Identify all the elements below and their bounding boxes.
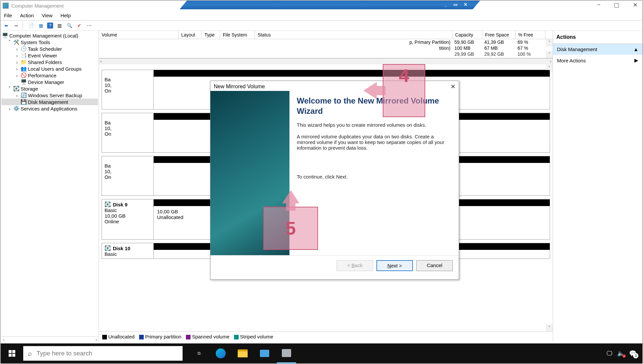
view-icon[interactable]: ▥ <box>56 22 63 29</box>
wizard-text-2: A mirrored volume duplicates your data o… <box>297 134 451 151</box>
tray-notifications-icon[interactable]: 💬3 <box>629 350 636 357</box>
taskbar: ⌕ ⧉ 🖵 🔈× 💬3 <box>1 343 642 363</box>
wizard-text-1: This wizard helps you to create mirrored… <box>297 122 451 128</box>
disk-type: Basic <box>105 251 151 257</box>
actions-more[interactable]: More Actions ▶ <box>553 55 642 66</box>
list-icon[interactable]: ⋯ <box>86 22 93 29</box>
props-icon[interactable]: ▦ <box>37 22 44 29</box>
disk-size: 10, <box>105 82 151 88</box>
event-icon: 📑 <box>21 52 27 58</box>
legend-spanned: Spanned volume <box>192 334 229 339</box>
edge-icon[interactable] <box>211 343 230 363</box>
caret-icon[interactable]: › <box>15 59 19 65</box>
tray-display-icon[interactable]: 🖵 <box>606 350 612 357</box>
scroll-down-icon[interactable]: ˅ <box>546 324 553 331</box>
caret-icon[interactable]: › <box>7 106 12 111</box>
disk-icon: 💾 <box>21 99 27 105</box>
window-close-button[interactable]: ✕ <box>630 1 640 9</box>
users-icon: 👥 <box>21 66 27 72</box>
taskbar-search[interactable]: ⌕ <box>23 346 183 361</box>
legend-unallocated: Unallocated <box>108 334 134 339</box>
search-icon: ⌕ <box>28 350 32 357</box>
disk-size: 10, <box>105 125 151 131</box>
annotation-4: 4 <box>383 64 425 117</box>
caret-icon[interactable]: ˅ <box>7 86 12 92</box>
actions-pane: Actions Disk Management ▲ More Actions ▶ <box>553 31 642 341</box>
menu-file[interactable]: File <box>4 13 12 18</box>
caret-icon[interactable]: › <box>15 93 19 98</box>
window-min-button[interactable]: − <box>594 1 603 9</box>
collapse-icon[interactable]: ▲ <box>633 46 638 52</box>
caret-icon[interactable]: › <box>15 66 19 72</box>
tree-services-apps[interactable]: Services and Applications <box>21 106 77 111</box>
volume-row[interactable]: 29,99 GB 29,92 GB 100 % <box>99 51 553 57</box>
scroll-up-icon[interactable]: ˄ <box>546 39 553 46</box>
close-vm-icon[interactable]: ✕ <box>462 2 469 7</box>
nav-tree[interactable]: 🖥️Computer Management (Local) ˅🛠️System … <box>1 31 99 341</box>
start-button[interactable] <box>1 343 23 363</box>
svg-rect-3 <box>12 354 15 357</box>
scroll-right-icon[interactable]: › <box>550 59 551 64</box>
menu-action[interactable]: Action <box>20 13 34 18</box>
actions-header: Actions <box>553 31 642 44</box>
backup-icon: 🔄 <box>21 92 27 98</box>
help-icon[interactable]: ? <box>47 23 53 29</box>
caret-icon[interactable]: › <box>15 46 19 52</box>
tree-ws-backup[interactable]: Windows Server Backup <box>28 93 82 98</box>
tree-event-viewer[interactable]: Event Viewer <box>28 53 57 58</box>
tree-storage[interactable]: Storage <box>21 86 38 92</box>
refresh-icon[interactable]: 🔍 <box>66 22 73 29</box>
tray-volume-icon[interactable]: 🔈× <box>617 350 624 357</box>
col-layout[interactable]: Layout <box>179 31 202 39</box>
tree-scroll-left-icon[interactable]: ‹ <box>3 337 5 342</box>
task-view-icon[interactable]: ⧉ <box>189 343 208 363</box>
disk-name: Disk 9 <box>113 202 127 207</box>
check-icon[interactable]: ✔ <box>76 22 83 29</box>
tree-task-scheduler[interactable]: Task Scheduler <box>28 46 62 52</box>
tree-scroll-right-icon[interactable]: › <box>96 337 97 342</box>
disk-type: Ba <box>105 163 151 169</box>
col-type[interactable]: Type <box>202 31 220 39</box>
svg-rect-0 <box>9 350 12 353</box>
menu-view[interactable]: View <box>42 13 52 18</box>
annotation-5: 5 <box>263 207 318 250</box>
menu-help[interactable]: Help <box>60 13 71 18</box>
next-button[interactable]: Next > <box>376 260 413 271</box>
search-input[interactable] <box>36 349 178 357</box>
mmc-icon[interactable] <box>277 343 296 363</box>
caret-icon[interactable]: › <box>15 73 19 78</box>
tree-performance[interactable]: Performance <box>28 73 56 78</box>
actions-disk-management[interactable]: Disk Management ▲ <box>553 44 642 55</box>
expand-icon[interactable]: ▶ <box>634 57 638 63</box>
tree-local-users[interactable]: Local Users and Groups <box>28 66 82 72</box>
col-fs[interactable]: File System <box>220 31 255 39</box>
back-icon[interactable]: ⬅ <box>3 22 10 29</box>
explorer-icon[interactable] <box>233 343 252 363</box>
restore-vm-icon[interactable]: ▭ <box>452 2 459 7</box>
folder-up-icon[interactable]: 📄 <box>27 22 35 29</box>
window-max-button[interactable]: ▢ <box>611 1 622 9</box>
tree-device-manager[interactable]: Device Manager <box>28 79 64 85</box>
device-icon: 🖥️ <box>21 79 27 85</box>
volume-row[interactable]: p, Primary Partition) 59,90 GB 41,39 GB … <box>99 39 553 45</box>
col-capacity[interactable]: Capacity <box>452 31 482 39</box>
volume-row[interactable]: tition) 100 MB 67 MB 67 % <box>99 45 553 51</box>
cancel-button[interactable]: Cancel <box>416 260 453 271</box>
tree-root[interactable]: Computer Management (Local) <box>9 33 78 38</box>
col-pct[interactable]: % Free <box>516 31 545 39</box>
tree-disk-management[interactable]: Disk Management <box>28 99 68 105</box>
col-status[interactable]: Status <box>255 31 452 39</box>
disk-state: On <box>105 174 151 180</box>
close-icon[interactable]: ✕ <box>450 83 455 90</box>
scroll-left-icon[interactable]: ‹ <box>100 59 102 64</box>
col-free[interactable]: Free Space <box>482 31 516 39</box>
col-volume[interactable]: Volume <box>99 31 179 39</box>
tree-shared-folders[interactable]: Shared Folders <box>28 59 62 65</box>
forward-icon[interactable]: ➡ <box>13 22 20 29</box>
caret-icon[interactable]: ˅ <box>7 39 12 45</box>
server-manager-icon[interactable] <box>255 343 274 363</box>
caret-icon[interactable]: › <box>15 53 19 58</box>
tree-system-tools[interactable]: System Tools <box>21 39 50 45</box>
minimize-vm-icon[interactable]: _ <box>442 2 449 7</box>
svg-rect-1 <box>12 350 15 353</box>
